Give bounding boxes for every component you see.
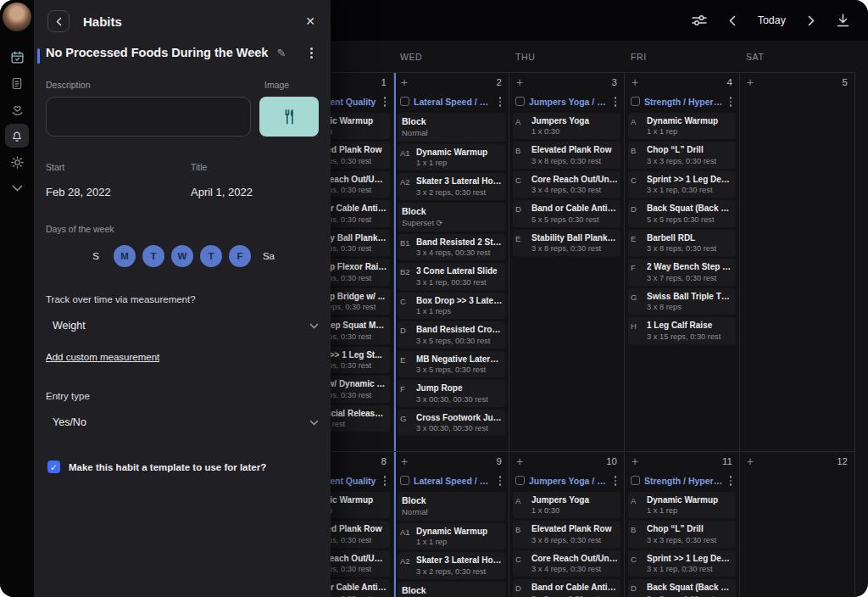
exercise-item[interactable]: GCross Footwork Jump Rope3 x 00:30, 00:3… [398, 410, 505, 437]
measurement-select[interactable]: Weight [53, 320, 319, 332]
day-toggle[interactable]: S [85, 245, 107, 267]
exercise-item[interactable]: H1 Leg Calf Raise3 x 15 reps, 0:30 rest [628, 317, 736, 344]
add-event-icon[interactable]: + [632, 456, 638, 466]
exercise-item[interactable]: GSwiss Ball Triple Threat3 x 8 reps [628, 288, 736, 315]
add-event-icon[interactable]: + [516, 456, 523, 466]
calendar-day-cell[interactable]: +11Strength / Hypertro...ADynamic Warmup… [625, 452, 740, 597]
workout-title[interactable]: Lateral Speed / Plyo [414, 476, 492, 486]
exercise-item[interactable]: BElevated Plank Row3 x 8 reps, 0:30 rest [513, 521, 620, 548]
day-toggle[interactable]: T [200, 245, 222, 267]
workout-title[interactable]: Jumpers Yoga / Core [529, 97, 608, 107]
exercise-item[interactable]: EMB Negative Lateral Hop...3 x 5 reps, 0… [398, 351, 505, 378]
add-event-icon[interactable]: + [747, 77, 754, 87]
workout-title[interactable]: Strength / Hypertro... [644, 97, 723, 107]
exercise-item[interactable]: ADynamic Warmup1 x 1 rep [628, 113, 736, 140]
exercise-item[interactable]: A1Dynamic Warmup1 x 1 rep [398, 144, 505, 171]
habit-menu-icon[interactable] [308, 47, 315, 59]
exercise-item[interactable]: EBarbell RDL3 x 8 reps, 0:30 rest [628, 230, 736, 257]
add-event-icon[interactable]: + [401, 456, 408, 466]
calendar-day-cell[interactable]: +2Lateral Speed / PlyoBlockNormalA1Dynam… [394, 73, 509, 451]
exercise-item[interactable]: FJump Rope3 x 00:30, 00:30 rest [398, 380, 505, 407]
calendar-day-cell[interactable]: +9Lateral Speed / PlyoBlockNormalA1Dynam… [394, 452, 509, 597]
exercise-item[interactable]: CCore Reach Out/Under3 x 4 reps, 0:30 re… [513, 550, 620, 577]
workout-menu-icon[interactable] [497, 96, 504, 108]
exercise-item[interactable]: DBand or Cable Anti Rotati...5 x 5 reps … [513, 579, 620, 597]
exercise-item[interactable]: BChop “L” Drill3 x 3 reps, 0:30 rest [628, 521, 736, 548]
exercise-item[interactable]: AJumpers Yoga1 x 0:30 [513, 113, 620, 140]
exercise-item[interactable]: DBand or Cable Anti Rotati...5 x 5 reps … [513, 200, 620, 227]
exercise-item[interactable]: A2Skater 3 Lateral Hops >> ...3 x 2 reps… [398, 552, 505, 579]
workout-menu-icon[interactable] [381, 475, 389, 487]
calendar-day-cell[interactable]: +3Jumpers Yoga / CoreAJumpers Yoga1 x 0:… [509, 73, 625, 451]
workout-card[interactable]: Lateral Speed / PlyoBlockNormalA1Dynamic… [398, 92, 505, 436]
day-toggle[interactable]: Sa [258, 245, 280, 267]
sidebar-item-notes[interactable] [5, 71, 29, 95]
exercise-item[interactable]: F2 Way Bench Step Up3 x 7 reps, 0:30 res… [628, 259, 736, 286]
exercise-item[interactable]: DBack Squat (Back Off Set)5 x 5 reps 0:3… [628, 579, 736, 597]
entry-type-select[interactable]: Yes/No [53, 416, 319, 428]
sidebar-item-wellness[interactable] [5, 98, 29, 121]
template-checkbox[interactable]: ✓ [47, 460, 60, 473]
workout-title[interactable]: Jumpers Yoga / Core [529, 476, 608, 486]
day-toggle[interactable]: T [142, 245, 164, 267]
exercise-item[interactable]: CCore Reach Out/Under3 x 4 reps, 0:30 re… [513, 171, 620, 198]
sidebar-item-habits[interactable] [5, 124, 29, 148]
sidebar-expand[interactable] [5, 176, 29, 200]
add-event-icon[interactable]: + [747, 456, 754, 466]
exercise-item[interactable]: ADynamic Warmup1 x 1 rep [628, 492, 736, 519]
add-custom-measurement-link[interactable]: Add custom measurement [46, 352, 159, 362]
exercise-item[interactable]: A1Dynamic Warmup1 x 1 rep [398, 523, 505, 550]
workout-checkbox[interactable] [400, 476, 409, 485]
calendar-day-cell[interactable]: +5 [740, 73, 855, 451]
end-date-value[interactable]: April 1, 2022 [191, 186, 253, 198]
workout-card[interactable]: Lateral Speed / PlyoBlockNormalA1Dynamic… [398, 471, 505, 597]
workout-card[interactable]: Jumpers Yoga / CoreAJumpers Yoga1 x 0:30… [513, 471, 620, 597]
workout-checkbox[interactable] [631, 476, 640, 485]
exercise-item[interactable]: B23 Cone Lateral Slide3 x 1 rep, 00:30 r… [398, 263, 505, 290]
description-input[interactable] [46, 97, 251, 137]
filter-button[interactable] [692, 14, 707, 26]
exercise-item[interactable]: BChop “L” Drill3 x 3 reps, 0:30 rest [628, 142, 736, 169]
exercise-item[interactable]: AJumpers Yoga1 x 0:30 [513, 492, 620, 519]
workout-checkbox[interactable] [515, 476, 525, 485]
export-button[interactable] [837, 14, 849, 27]
today-button[interactable]: Today [758, 14, 786, 26]
calendar-day-cell[interactable]: +10Jumpers Yoga / CoreAJumpers Yoga1 x 0… [509, 452, 625, 597]
calendar-day-cell[interactable]: +4Strength / Hypertro...ADynamic Warmup1… [625, 73, 740, 451]
close-button[interactable]: ✕ [303, 11, 317, 31]
add-event-icon[interactable]: + [516, 77, 523, 87]
workout-checkbox[interactable] [400, 97, 409, 106]
day-toggle[interactable]: M [114, 245, 136, 267]
workout-card[interactable]: Strength / Hypertro...ADynamic Warmup1 x… [628, 471, 736, 597]
exercise-item[interactable]: DBack Squat (Back Off Set)5 x 5 reps 0:3… [628, 200, 736, 227]
workout-card[interactable]: Strength / Hypertro...ADynamic Warmup1 x… [628, 92, 736, 344]
workout-checkbox[interactable] [515, 97, 525, 106]
day-toggle[interactable]: F [229, 245, 251, 267]
exercise-item[interactable]: B1Band Resisted 2 Step Late...3 x 4 reps… [398, 234, 505, 261]
workout-menu-icon[interactable] [727, 475, 735, 487]
exercise-item[interactable]: CSprint >> 1 Leg Declarations3 x 1 rep, … [628, 550, 736, 577]
workout-menu-icon[interactable] [612, 475, 620, 487]
exercise-item[interactable]: CBox Drop >> 3 Lateral H...1 x 1 reps [398, 293, 505, 320]
exercise-item[interactable]: BElevated Plank Row3 x 8 reps, 0:30 rest [513, 142, 620, 169]
workout-title[interactable]: Lateral Speed / Plyo [414, 97, 492, 107]
add-event-icon[interactable]: + [632, 77, 638, 87]
workout-menu-icon[interactable] [612, 96, 620, 108]
workout-menu-icon[interactable] [727, 96, 735, 108]
day-toggle[interactable]: W [171, 245, 193, 267]
exercise-item[interactable]: CSprint >> 1 Leg Declarations3 x 1 rep, … [628, 171, 736, 198]
avatar[interactable] [3, 3, 31, 31]
back-button[interactable] [47, 10, 70, 32]
add-event-icon[interactable]: + [401, 77, 408, 87]
workout-card[interactable]: Jumpers Yoga / CoreAJumpers Yoga1 x 0:30… [513, 92, 620, 256]
edit-icon[interactable]: ✎ [276, 47, 286, 59]
start-date-value[interactable]: Feb 28, 2022 [46, 186, 191, 198]
prev-week-button[interactable] [729, 15, 736, 26]
sidebar-item-calendar[interactable] [5, 45, 29, 69]
calendar-day-cell[interactable]: +12 [740, 452, 855, 597]
exercise-item[interactable]: EStability Ball Plank Linear ...3 x 8 re… [513, 230, 620, 257]
workout-menu-icon[interactable] [497, 475, 504, 487]
exercise-item[interactable]: DBand Resisted Crossover...3 x 5 reps, 0… [398, 321, 505, 349]
sidebar-item-settings[interactable] [5, 150, 29, 174]
workout-checkbox[interactable] [631, 97, 640, 106]
